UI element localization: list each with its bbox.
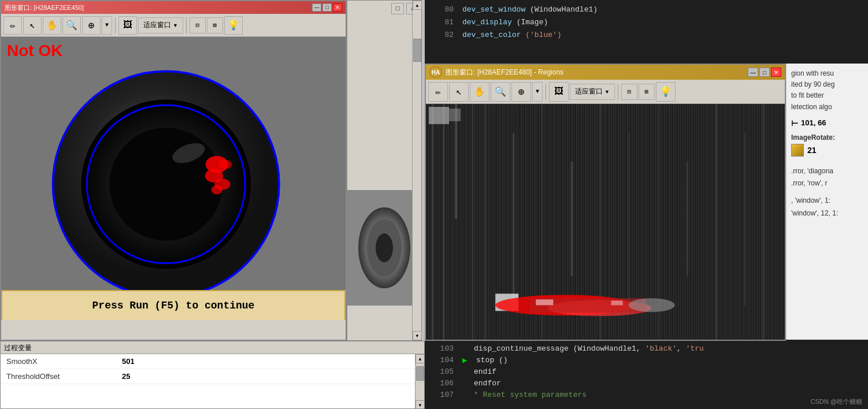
cc-103: disp_continue_message (WindowHandle1, 'b… [474,344,704,353]
close-button[interactable]: ✕ [333,3,342,12]
arrow-104: ▶ [462,355,474,365]
regions-titlebar: HA 图形窗口: [H28AEF2EE480] - Regions — □ ✕ [426,65,785,80]
ln-106: 106 [431,379,454,388]
code-line-80: 80 dev_set_window (WindowHandle1) [431,3,862,16]
hand-tool-button[interactable]: ✋ [43,16,61,35]
r-cursor-btn[interactable]: ↖ [449,82,469,102]
rotate-value: 21 [807,146,817,155]
left-window-title: 图形窗口: [H28AEF2EE450] [5,3,311,12]
coords-icon: ⊢ [791,118,798,128]
cursor-tool-button[interactable]: ↖ [23,16,42,35]
panel-controls: □ ✕ [347,1,421,17]
code-line-106: 106 endfor [431,377,862,389]
ln-107: 107 [431,391,454,399]
mini-spiral-svg [355,202,413,294]
svg-rect-47 [611,300,623,305]
svg-point-14 [376,233,393,262]
color-swatch [791,144,804,157]
regions-minimize-btn[interactable]: — [748,68,758,77]
left-toolbar: ✏ ↖ ✋ 🔍 ⊕ ▼ 🖼 适应窗口 ▼ ⊟ ⊠ 💡 [1,14,346,37]
var-value-1: 501 [116,354,415,369]
r-image-btn[interactable]: 🖼 [549,82,569,102]
edit-tool-button[interactable]: ✏ [3,16,22,35]
side-line-4: letection algo [791,102,863,113]
regions-title: 图形窗口: [H28AEF2EE480] - Regions [446,68,747,77]
r-light-btn[interactable]: 💡 [656,82,676,102]
svg-point-10 [211,185,222,195]
var-scroll-up[interactable]: ▲ [416,354,425,363]
code-line-104: 104 ▶ stop () [431,354,862,366]
r-sep-2 [618,84,618,100]
not-ok-label: Not OK [7,42,62,60]
svg-rect-41 [449,109,461,121]
line-num-80: 80 [431,5,454,14]
zoom-dropdown-button[interactable]: ▼ [102,16,112,35]
var-scrollbar[interactable]: ▲ ▼ [415,354,424,409]
code-line-103: 103 disp_continue_message (WindowHandle1… [431,343,862,354]
code-content-80: dev_set_window (WindowHandle1) [462,5,598,14]
side-info-text-2: .rror, 'diagona .rror, 'row', r , 'windo… [791,165,863,220]
svg-rect-36 [687,162,688,277]
left-window-titlebar: 图形窗口: [H28AEF2EE450] — □ ✕ [1,1,346,14]
svg-rect-32 [570,162,573,277]
image-tool-button[interactable]: 🖼 [118,16,137,35]
light-tool-button[interactable]: 💡 [224,16,243,35]
scroll-thumb[interactable] [413,39,421,62]
r-fit-arrow: ▼ [604,89,610,95]
var-scroll-down[interactable]: ▼ [416,400,425,409]
regions-maximize-btn[interactable]: □ [759,68,770,77]
side-line-1: gion with resu [791,68,863,79]
r-fit-btn[interactable]: 适应窗口 ▼ [570,84,615,100]
r-extra-2[interactable]: ⊠ [639,84,655,100]
cc-106: endfor [474,379,501,388]
cc-104: stop () [476,356,508,365]
variables-table: SmoothX 501 ThresholdOffset 25 [1,354,415,384]
variable-row-1: SmoothX 501 [1,354,415,369]
maximize-button[interactable]: □ [322,3,332,12]
fit-window-button[interactable]: 适应窗口 ▼ [138,17,183,34]
code-line-105: 105 endif [431,366,862,377]
svg-rect-26 [443,104,444,340]
r-zoomin-btn[interactable]: ⊕ [511,82,531,102]
svg-rect-28 [472,104,473,340]
extra-tool-2[interactable]: ⊠ [207,17,223,34]
scroll-down-btn[interactable]: ▼ [413,331,422,340]
code-line-107: 107 * Reset system parameters [431,389,862,400]
csdn-watermark: CSDN @吃个糖糖 [811,397,862,406]
var-scroll-thumb[interactable] [416,366,424,381]
side-info-text-1: gion with resu ited by 90 deg to fit bet… [791,68,863,113]
r-hand-btn[interactable]: ✋ [470,82,489,102]
side-line-2: ited by 90 deg [791,79,863,90]
main-container: 图形窗口: [H28AEF2EE450] — □ ✕ ✏ ↖ ✋ 🔍 ⊕ ▼ 🖼… [0,0,868,409]
side-line-6: .rror, 'row', r [791,177,863,190]
cc-105: endif [474,367,496,376]
scroll-up-btn[interactable]: ▲ [413,1,422,10]
press-run-bar: Press Run (F5) to continue [1,290,346,320]
side-line-5: .rror, 'diagona [791,165,863,178]
regions-image [426,104,785,340]
svg-rect-39 [762,104,765,340]
separator-1 [115,17,116,34]
variables-header: 过程变量 [1,341,424,354]
minimize-button[interactable]: — [312,3,321,12]
regions-image-svg [426,104,785,340]
zoom-in-button[interactable]: ⊕ [82,16,101,35]
code-editor-top: 80 dev_set_window (WindowHandle1) 81 dev… [425,0,868,64]
separator-2 [186,17,187,34]
regions-close-btn[interactable]: ✕ [771,68,781,77]
rotate-value-container: 21 [791,144,863,157]
left-image-area: Not OK [1,37,346,320]
right-scroll-panel: □ ✕ ▲ ▼ [347,0,422,341]
extra-tool-1[interactable]: ⊟ [190,17,206,34]
r-extra-1[interactable]: ⊟ [621,84,637,100]
svg-rect-46 [536,299,553,305]
line-num-82: 82 [431,31,454,39]
svg-rect-30 [513,133,514,306]
r-zoomdrop-btn[interactable]: ▼ [532,82,543,102]
r-edit-btn[interactable]: ✏ [428,82,448,102]
panel-maximize-btn[interactable]: □ [391,3,404,14]
r-zoom-btn[interactable]: 🔍 [491,82,510,102]
coords-value: 101, 66 [801,118,826,127]
zoom-tool-button[interactable]: 🔍 [62,16,81,35]
right-scrollbar[interactable]: ▲ ▼ [412,1,421,340]
